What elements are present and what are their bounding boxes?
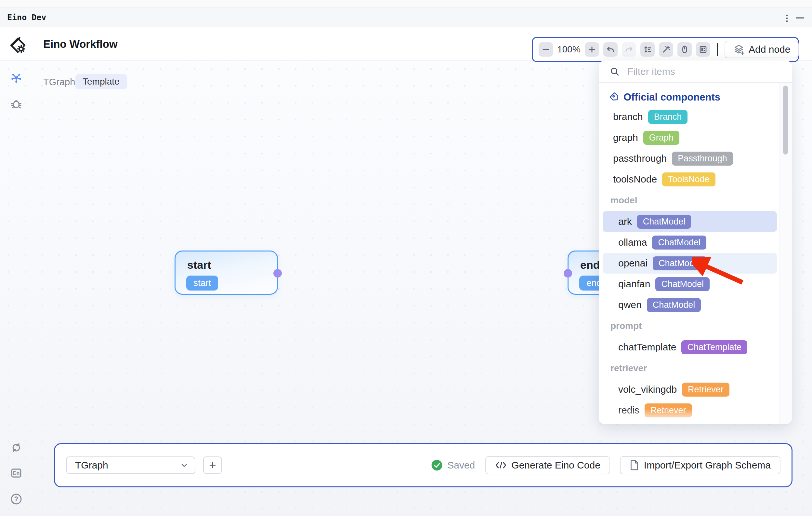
add-node-button[interactable]: Add node bbox=[725, 41, 799, 58]
generate-code-label: Generate Eino Code bbox=[511, 460, 600, 471]
component-item-toolsNode[interactable]: toolsNodeToolsNode bbox=[603, 169, 777, 190]
component-item-badge: ChatModel bbox=[652, 236, 706, 249]
annotation-arrow bbox=[692, 256, 750, 288]
filter-items-input[interactable] bbox=[627, 66, 752, 77]
saved-check-icon bbox=[431, 459, 443, 471]
component-item-graph[interactable]: graphGraph bbox=[603, 127, 777, 148]
node-end-title: end bbox=[580, 259, 600, 271]
official-components-title: Official components bbox=[624, 91, 720, 103]
node-end-input-port[interactable] bbox=[564, 269, 572, 277]
node-start-title: start bbox=[187, 259, 211, 271]
component-item-label: branch bbox=[613, 111, 643, 122]
component-item-ark[interactable]: arkChatModel bbox=[603, 211, 777, 232]
auto-layout-button[interactable] bbox=[640, 42, 655, 57]
component-item-badge: Passthrough bbox=[672, 152, 733, 166]
workflow-graph-icon[interactable] bbox=[10, 72, 22, 85]
chevron-down-icon bbox=[180, 461, 188, 469]
magic-wand-button[interactable] bbox=[659, 42, 673, 57]
code-icon bbox=[495, 461, 507, 470]
component-item-badge: Branch bbox=[648, 110, 688, 124]
component-list: Official components branchBranchgraphGra… bbox=[599, 84, 780, 424]
component-item-passthrough[interactable]: passthroughPassthrough bbox=[603, 148, 777, 169]
component-item-badge: ChatTemplate bbox=[681, 340, 747, 354]
add-node-panel: Official components branchBranchgraphGra… bbox=[599, 60, 792, 424]
import-export-label: Import/Export Graph Schema bbox=[644, 460, 771, 471]
toolbar-divider bbox=[717, 43, 718, 56]
node-start[interactable]: start start bbox=[175, 250, 278, 295]
component-item-label: chatTemplate bbox=[618, 342, 676, 353]
redo-button[interactable] bbox=[622, 42, 636, 57]
svg-text:En: En bbox=[13, 470, 20, 476]
zoom-level: 100% bbox=[557, 44, 581, 55]
kebab-menu-icon[interactable] bbox=[786, 13, 788, 23]
component-item-label: toolsNode bbox=[613, 174, 657, 185]
window-title: Eino Dev bbox=[7, 7, 46, 28]
group-header-retriever: retriever bbox=[599, 358, 780, 379]
component-item-ollama[interactable]: ollamaChatModel bbox=[603, 232, 777, 253]
component-item-label: ark bbox=[618, 216, 632, 227]
component-item-label: qwen bbox=[618, 299, 642, 310]
component-item-label: volc_vikingdb bbox=[618, 384, 677, 395]
add-graph-button[interactable] bbox=[203, 457, 222, 474]
component-item-label: openai bbox=[618, 258, 647, 269]
eino-logo-icon bbox=[8, 36, 27, 56]
component-item-label: qianfan bbox=[618, 278, 650, 290]
component-item-label: passthrough bbox=[613, 153, 667, 164]
component-item-label: graph bbox=[613, 132, 638, 143]
group-header-prompt: prompt bbox=[599, 315, 780, 337]
app-title-bar: Eino Dev bbox=[0, 7, 812, 28]
minimap-button[interactable] bbox=[696, 42, 710, 57]
zoom-out-button[interactable] bbox=[539, 42, 553, 57]
component-item-badge: ToolsNode bbox=[662, 172, 716, 186]
saved-label: Saved bbox=[447, 460, 475, 471]
add-node-label: Add node bbox=[749, 44, 790, 55]
page-title: Eino Workflow bbox=[43, 38, 118, 50]
save-status: Saved bbox=[431, 459, 475, 471]
window-top-strip bbox=[0, 0, 812, 7]
component-item-chatTemplate[interactable]: chatTemplateChatTemplate bbox=[603, 337, 777, 358]
layers-plus-icon bbox=[733, 44, 745, 55]
mouse-mode-button[interactable] bbox=[677, 42, 692, 57]
tab-tgraph[interactable]: TGraph bbox=[43, 77, 75, 87]
graph-select-value: TGraph bbox=[75, 460, 108, 471]
component-item-qianfan[interactable]: qianfanChatModel bbox=[603, 274, 777, 294]
generate-code-button[interactable]: Generate Eino Code bbox=[485, 456, 610, 474]
minimize-icon[interactable] bbox=[796, 17, 804, 19]
component-item-badge: Graph bbox=[643, 131, 679, 145]
document-icon bbox=[630, 460, 639, 471]
group-header-model: model bbox=[599, 190, 780, 211]
official-components-header: Official components bbox=[599, 88, 780, 106]
zoom-in-button[interactable] bbox=[585, 42, 599, 57]
canvas-toolbar: 100% bbox=[532, 37, 799, 62]
component-item-badge: ChatModel bbox=[647, 298, 701, 312]
component-item-label: redis bbox=[618, 405, 639, 416]
graph-select[interactable]: TGraph bbox=[66, 457, 195, 474]
component-item-badge: Retriever bbox=[645, 403, 692, 417]
import-export-button[interactable]: Import/Export Graph Schema bbox=[620, 456, 780, 474]
panel-search-row bbox=[599, 60, 792, 83]
component-item-volc_vikingdb[interactable]: volc_vikingdbRetriever bbox=[603, 379, 777, 400]
tab-template[interactable]: Template bbox=[76, 74, 127, 89]
component-item-badge: Retriever bbox=[682, 383, 729, 397]
svg-text:?: ? bbox=[14, 495, 19, 503]
node-start-badge: start bbox=[186, 276, 218, 291]
debug-bug-icon[interactable] bbox=[10, 98, 22, 111]
language-icon[interactable]: En bbox=[10, 467, 22, 480]
component-item-openai[interactable]: openaiChatModel bbox=[603, 253, 777, 274]
help-icon[interactable]: ? bbox=[10, 493, 22, 506]
undo-button[interactable] bbox=[603, 42, 618, 57]
node-start-output-port[interactable] bbox=[273, 269, 282, 277]
component-item-qwen[interactable]: qwenChatModel bbox=[603, 294, 777, 315]
component-item-label: ollama bbox=[618, 237, 647, 248]
refresh-sync-icon[interactable] bbox=[10, 442, 22, 455]
footer-bar: TGraph Saved Generate Eino Code bbox=[54, 443, 792, 487]
component-item-badge: ChatModel bbox=[637, 215, 691, 229]
component-item-branch[interactable]: branchBranch bbox=[603, 106, 777, 127]
panel-scrollbar[interactable] bbox=[780, 83, 792, 424]
component-item-redis[interactable]: redisRetriever bbox=[603, 400, 777, 421]
search-icon bbox=[610, 67, 619, 77]
scrollbar-thumb[interactable] bbox=[783, 86, 788, 155]
tag-icon bbox=[610, 92, 619, 102]
